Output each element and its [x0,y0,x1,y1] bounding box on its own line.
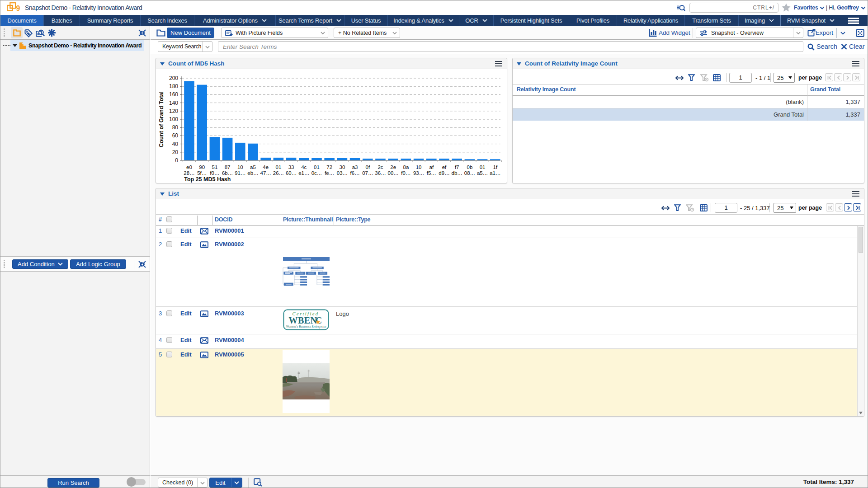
svg-text:33: 33 [288,164,294,170]
svg-text:2c: 2c [377,164,383,170]
svg-text:e1…: e1… [298,170,309,176]
svg-text:87: 87 [225,164,231,170]
svg-text:00…: 00… [388,170,399,176]
svg-text:a3: a3 [352,164,358,170]
svg-text:36…: 36… [375,170,386,176]
svg-text:51: 51 [212,164,218,170]
svg-text:08…: 08… [464,170,475,176]
svg-text:f0…: f0… [210,170,219,176]
svg-text:120: 120 [169,108,178,114]
svg-text:40: 40 [172,141,179,147]
svg-text:0: 0 [175,157,178,164]
svg-text:4e: 4e [263,164,269,170]
svg-text:60…: 60… [286,170,297,176]
svg-text:0f: 0f [366,164,370,170]
svg-text:03…: 03… [337,170,348,176]
svg-text:f7: f7 [455,164,459,170]
svg-text:f0…: f0… [401,170,410,176]
svg-text:a5: a5 [250,164,256,170]
svg-text:20: 20 [172,149,179,155]
svg-text:01: 01 [314,164,320,170]
svg-text:f6…: f6… [350,170,360,176]
svg-text:5f…: 5f… [197,170,207,176]
svg-text:2e: 2e [390,164,396,170]
svg-text:4c: 4c [301,164,307,170]
svg-text:Count of Grand Total: Count of Grand Total [158,91,165,147]
svg-text:af: af [429,164,434,170]
svg-text:fe…: fe… [325,170,334,176]
svg-text:07…: 07… [362,170,373,176]
svg-text:a5…: a5… [477,170,488,176]
svg-text:72: 72 [326,164,332,170]
svg-text:ef: ef [442,164,447,170]
svg-text:0c…: 0c… [311,170,322,176]
svg-text:Top 25 MD5 Hash: Top 25 MD5 Hash [184,176,231,183]
svg-text:10: 10 [416,164,422,170]
svg-text:1f: 1f [493,164,498,170]
svg-text:d9…: d9… [439,170,449,176]
svg-text:26…: 26… [273,170,284,176]
svg-text:160: 160 [169,91,178,98]
svg-text:10: 10 [237,164,243,170]
svg-text:01: 01 [480,164,486,170]
svg-text:60: 60 [172,132,179,139]
svg-text:6b…: 6b… [222,170,233,176]
svg-text:200: 200 [169,75,178,81]
svg-text:eb…: eb… [247,170,258,176]
svg-text:WBEN: WBEN [288,315,317,325]
svg-text:47…: 47… [260,170,271,176]
svg-text:93…: 93… [413,170,424,176]
svg-text:100: 100 [169,116,178,122]
svg-text:e0: e0 [186,164,192,170]
svg-text:Women's Business Enterprise: Women's Business Enterprise [286,324,326,328]
svg-text:90: 90 [199,164,205,170]
svg-text:91…: 91… [235,170,245,176]
svg-text:28…: 28… [184,170,194,176]
svg-text:8a: 8a [403,164,409,170]
svg-text:9: 9 [16,5,20,12]
svg-text:80: 80 [172,124,179,131]
svg-text:db…: db… [452,170,462,176]
svg-text:180: 180 [169,83,178,89]
svg-text:a1…: a1… [490,170,500,176]
svg-text:140: 140 [169,100,178,106]
svg-text:01: 01 [276,164,282,170]
svg-text:f5…: f5… [427,170,436,176]
svg-text:0b: 0b [467,164,473,170]
svg-text:30: 30 [340,164,345,170]
